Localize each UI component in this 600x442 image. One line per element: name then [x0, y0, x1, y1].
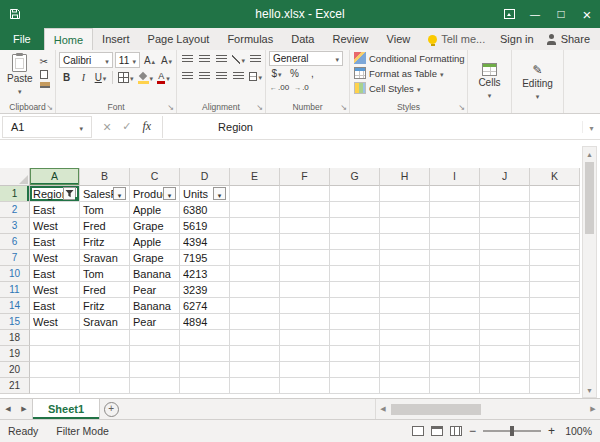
- cell-F19[interactable]: [280, 346, 330, 362]
- cell-I2[interactable]: [430, 202, 480, 218]
- conditional-formatting-button[interactable]: Conditional Formatting: [354, 51, 465, 65]
- align-right-button[interactable]: [214, 69, 229, 84]
- editing-button[interactable]: Editing: [512, 52, 563, 111]
- zoom-in-icon[interactable]: [548, 424, 555, 438]
- cell-D19[interactable]: [180, 346, 230, 362]
- cell-I6[interactable]: [430, 234, 480, 250]
- scroll-left-icon[interactable]: [376, 399, 390, 419]
- align-left-button[interactable]: [180, 69, 195, 84]
- row-header-6[interactable]: 6: [0, 234, 30, 250]
- font-size-combo[interactable]: 11: [115, 52, 140, 68]
- cell-E18[interactable]: [230, 330, 280, 346]
- cell-F15[interactable]: [280, 314, 330, 330]
- cell-K19[interactable]: [530, 346, 580, 362]
- alignment-dialog-launcher-icon[interactable]: [256, 104, 263, 112]
- cell-A21[interactable]: [30, 378, 80, 394]
- filter-button-column-D[interactable]: [213, 187, 226, 200]
- cell-I7[interactable]: [430, 250, 480, 266]
- scroll-right-icon[interactable]: [586, 399, 600, 419]
- cell-K1[interactable]: [530, 186, 580, 202]
- tab-data[interactable]: Data: [282, 28, 323, 50]
- cell-F11[interactable]: [280, 282, 330, 298]
- align-center-button[interactable]: [197, 69, 212, 84]
- select-all-button[interactable]: [0, 168, 30, 186]
- number-dialog-launcher-icon[interactable]: [340, 104, 347, 112]
- cell-J15[interactable]: [480, 314, 530, 330]
- cell-I15[interactable]: [430, 314, 480, 330]
- ribbon-display-options-button[interactable]: [496, 0, 522, 28]
- cell-F1[interactable]: [280, 186, 330, 202]
- row-header-21[interactable]: 21: [0, 378, 30, 394]
- vertical-scrollbar[interactable]: [582, 146, 597, 398]
- cell-A1[interactable]: Region: [30, 186, 80, 202]
- cell-G18[interactable]: [330, 330, 380, 346]
- column-header-E[interactable]: E: [230, 168, 280, 186]
- font-dialog-launcher-icon[interactable]: [167, 104, 174, 112]
- cell-E15[interactable]: [230, 314, 280, 330]
- cell-I21[interactable]: [430, 378, 480, 394]
- cell-G20[interactable]: [330, 362, 380, 378]
- cell-F21[interactable]: [280, 378, 330, 394]
- cell-D21[interactable]: [180, 378, 230, 394]
- cell-D14[interactable]: 6274: [180, 298, 230, 314]
- row-header-18[interactable]: 18: [0, 330, 30, 346]
- cell-J3[interactable]: [480, 218, 530, 234]
- cell-J2[interactable]: [480, 202, 530, 218]
- cell-E21[interactable]: [230, 378, 280, 394]
- zoom-slider[interactable]: [483, 430, 541, 432]
- fill-color-button[interactable]: [137, 70, 155, 85]
- formula-input[interactable]: Region: [163, 115, 582, 139]
- cell-J7[interactable]: [480, 250, 530, 266]
- cell-C11[interactable]: Pear: [130, 282, 180, 298]
- zoom-slider-thumb[interactable]: [510, 426, 514, 436]
- cell-G14[interactable]: [330, 298, 380, 314]
- tab-home[interactable]: Home: [44, 28, 93, 50]
- cell-I18[interactable]: [430, 330, 480, 346]
- cell-H10[interactable]: [380, 266, 430, 282]
- cell-G6[interactable]: [330, 234, 380, 250]
- scroll-up-icon[interactable]: [583, 147, 596, 161]
- column-header-G[interactable]: G: [330, 168, 380, 186]
- cell-C14[interactable]: Banana: [130, 298, 180, 314]
- cell-C15[interactable]: Pear: [130, 314, 180, 330]
- cell-G1[interactable]: [330, 186, 380, 202]
- cell-B11[interactable]: Fred: [80, 282, 130, 298]
- cell-J1[interactable]: [480, 186, 530, 202]
- format-as-table-button[interactable]: Format as Table: [354, 66, 465, 80]
- font-color-button[interactable]: A: [156, 70, 171, 85]
- cell-B20[interactable]: [80, 362, 130, 378]
- cell-K2[interactable]: [530, 202, 580, 218]
- merge-center-button[interactable]: [248, 69, 263, 84]
- cell-I1[interactable]: [430, 186, 480, 202]
- cell-H19[interactable]: [380, 346, 430, 362]
- cells-button[interactable]: Cells: [468, 52, 511, 111]
- cell-C2[interactable]: Apple: [130, 202, 180, 218]
- cell-D15[interactable]: 4894: [180, 314, 230, 330]
- cell-A11[interactable]: West: [30, 282, 80, 298]
- cell-F20[interactable]: [280, 362, 330, 378]
- cell-J19[interactable]: [480, 346, 530, 362]
- column-header-H[interactable]: H: [380, 168, 430, 186]
- save-icon[interactable]: [9, 8, 21, 20]
- cell-G10[interactable]: [330, 266, 380, 282]
- shrink-font-button[interactable]: A: [159, 53, 174, 68]
- borders-button[interactable]: [117, 70, 135, 85]
- cell-G19[interactable]: [330, 346, 380, 362]
- cell-E3[interactable]: [230, 218, 280, 234]
- cell-E2[interactable]: [230, 202, 280, 218]
- cell-styles-button[interactable]: Cell Styles: [354, 81, 465, 95]
- cell-H3[interactable]: [380, 218, 430, 234]
- cell-H14[interactable]: [380, 298, 430, 314]
- cell-H21[interactable]: [380, 378, 430, 394]
- cell-J14[interactable]: [480, 298, 530, 314]
- format-painter-icon[interactable]: [40, 82, 50, 91]
- cell-F14[interactable]: [280, 298, 330, 314]
- row-header-2[interactable]: 2: [0, 202, 30, 218]
- cell-B15[interactable]: Sravan: [80, 314, 130, 330]
- cell-C6[interactable]: Apple: [130, 234, 180, 250]
- cell-D1[interactable]: Units: [180, 186, 230, 202]
- currency-format-button[interactable]: $: [269, 67, 284, 80]
- row-header-3[interactable]: 3: [0, 218, 30, 234]
- decrease-indent-button[interactable]: [231, 69, 246, 84]
- page-break-view-icon[interactable]: [450, 426, 462, 436]
